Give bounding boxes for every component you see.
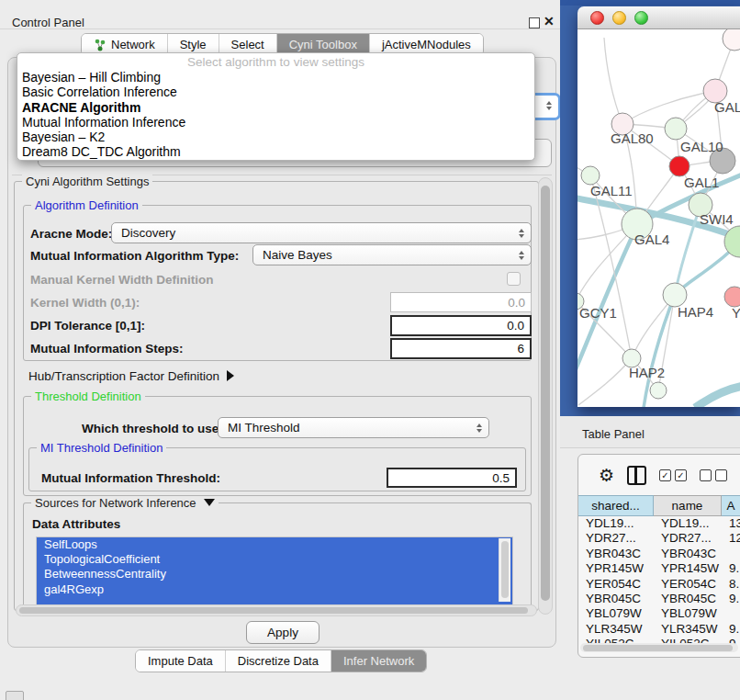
data-attributes-list[interactable]: SelfLoopsTopologicalCoefficientBetweenne… xyxy=(36,536,513,605)
node-label-hap4: HAP4 xyxy=(678,304,713,320)
tab-impute-data[interactable]: Impute Data xyxy=(136,650,226,672)
network-node[interactable] xyxy=(723,29,740,51)
network-node[interactable] xyxy=(581,166,600,185)
aracne-mode-combobox[interactable]: Discovery xyxy=(111,222,532,243)
table-cell: YPR145W xyxy=(654,561,722,576)
dpi-tolerance-value: 0.0 xyxy=(507,319,524,333)
zoom-traffic-light-icon[interactable] xyxy=(634,11,648,25)
settings-vscroll-thumb[interactable] xyxy=(541,186,550,601)
data-attributes-label: Data Attributes xyxy=(32,517,120,531)
network-icon xyxy=(94,39,107,51)
hub-definition-expander[interactable]: Hub/Transcription Factor Definition xyxy=(28,369,234,383)
network-canvas[interactable]: GALGAL80GAL10GAL1GAL11SWI4GAL4GCY1HAP4YH… xyxy=(577,29,740,407)
node-label-swi4: SWI4 xyxy=(700,211,734,227)
manual-kernel-width-checkbox[interactable] xyxy=(507,272,521,286)
settings-horizontal-scrollbar[interactable] xyxy=(16,604,537,616)
table-cell: YDL19... xyxy=(578,516,654,531)
application-window: Control Panel ✕ NetworkStyleSelectCyni T… xyxy=(0,0,740,700)
attributes-scrollbar-thumb[interactable] xyxy=(501,541,509,598)
attributes-scrollbar[interactable] xyxy=(499,538,510,602)
table-row[interactable]: YDL19...YDL19...13 xyxy=(578,516,740,531)
attribute-item-partial[interactable] xyxy=(37,597,512,604)
column-header-name[interactable]: name xyxy=(654,495,722,516)
algorithm-option-bayesian-k2[interactable]: Bayesian – K2 xyxy=(17,130,534,144)
sources-group-title[interactable]: Sources for Network Inference xyxy=(31,496,219,510)
node-label-gcy1: GCY1 xyxy=(579,305,617,321)
apply-button[interactable]: Apply xyxy=(246,621,320,644)
algorithm-option-basic-correlation-inference[interactable]: Basic Correlation Inference xyxy=(17,85,534,99)
column-header-shared-[interactable]: shared... xyxy=(578,495,654,516)
table-cell: 9. xyxy=(722,561,740,576)
table-cell: YER054C xyxy=(578,577,654,592)
deselect-all-checks-icon[interactable] xyxy=(700,469,727,481)
kernel-width-field[interactable]: 0.0 xyxy=(390,292,532,312)
tab-infer-network[interactable]: Infer Network xyxy=(331,650,426,672)
mi-threshold-field[interactable]: 0.5 xyxy=(387,468,517,488)
which-threshold-label: Which threshold to use: xyxy=(82,422,223,435)
algorithm-option-aracne-algorithm[interactable]: ARACNE Algorithm xyxy=(17,100,534,115)
network-edge[interactable] xyxy=(695,386,740,407)
table-cell: YBR043C xyxy=(578,547,654,561)
mi-steps-field[interactable]: 6 xyxy=(390,338,532,359)
algorithm-option-dream8-dc-tdc-algorithm[interactable]: Dream8 DC_TDC Algorithm xyxy=(17,144,534,159)
combo-arrows-icon xyxy=(519,251,524,260)
table-cell: YER054C xyxy=(654,577,722,592)
algorithm-dropdown-popup: Select algorithm to view settings Bayesi… xyxy=(17,52,535,161)
column-header-a[interactable]: A xyxy=(722,495,740,516)
algorithm-definition-title: Algorithm Definition xyxy=(31,198,142,212)
tab-label: Select xyxy=(231,38,264,51)
table-hscroll-thumb[interactable] xyxy=(583,645,733,651)
network-node[interactable] xyxy=(669,156,690,176)
select-all-checks-icon[interactable]: ✓✓ xyxy=(659,469,687,481)
network-node[interactable] xyxy=(724,287,740,307)
attribute-item[interactable]: BetweennessCentrality xyxy=(37,567,512,581)
mi-algorithm-type-combobox[interactable]: Naive Bayes xyxy=(252,244,532,265)
tab-discretize-data[interactable]: Discretize Data xyxy=(226,650,331,672)
table-row[interactable]: YLR345WYLR345W9. xyxy=(578,622,740,637)
which-threshold-combobox[interactable]: MI Threshold xyxy=(218,417,489,438)
columns-icon[interactable] xyxy=(627,466,646,485)
control-panel-titlebar: Control Panel ✕ xyxy=(0,6,560,29)
node-label-gal11: GAL11 xyxy=(590,183,633,198)
attribute-item[interactable]: gal4RGexp xyxy=(37,582,512,597)
table-horizontal-scrollbar[interactable] xyxy=(580,643,738,652)
mi-algorithm-type-label: Mutual Information Algorithm Type: xyxy=(30,249,239,263)
node-label-gal1: GAL1 xyxy=(684,175,719,190)
algorithm-option-mutual-information-inference[interactable]: Mutual Information Inference xyxy=(17,115,534,130)
network-node[interactable] xyxy=(650,382,667,399)
table-row[interactable]: YBR045CYBR045C9. xyxy=(578,592,740,606)
float-window-icon[interactable] xyxy=(529,17,540,28)
table-row[interactable]: YDR27...YDR27...12 xyxy=(578,531,740,546)
settings-hscroll-thumb[interactable] xyxy=(19,607,528,614)
table-row[interactable]: YBL079WYBL079W xyxy=(578,606,740,621)
algorithm-option-bayesian-hill-climbing[interactable]: Bayesian – Hill Climbing xyxy=(17,70,534,85)
table-cell: 9. xyxy=(722,592,740,606)
attribute-item[interactable]: TopologicalCoefficient xyxy=(37,552,512,567)
network-edge[interactable] xyxy=(577,226,637,369)
close-traffic-light-icon[interactable] xyxy=(590,11,604,25)
desktop-top-strip xyxy=(560,0,740,6)
sources-title-text: Sources for Network Inference xyxy=(35,496,196,510)
close-icon[interactable]: ✕ xyxy=(544,14,555,28)
table-row[interactable]: YER054CYER054C8. xyxy=(578,577,740,592)
network-window-titlebar[interactable] xyxy=(577,6,740,29)
expand-right-icon xyxy=(227,370,234,381)
manual-kernel-width-label: Manual Kernel Width Definition xyxy=(30,273,213,287)
network-edge[interactable] xyxy=(578,358,632,405)
tab-label: Discretize Data xyxy=(238,654,319,668)
minimize-traffic-light-icon[interactable] xyxy=(612,11,626,25)
apply-button-label: Apply xyxy=(267,626,298,639)
cyni-algorithm-settings-title: Cyni Algorithm Settings xyxy=(22,175,152,188)
network-node[interactable] xyxy=(665,118,687,140)
table-row[interactable]: YBR043CYBR043C xyxy=(578,547,740,561)
table-cell: YPR145W xyxy=(578,561,654,576)
settings-vertical-scrollbar[interactable] xyxy=(538,177,553,615)
gear-icon[interactable]: ⚙ xyxy=(599,467,614,484)
dpi-tolerance-field[interactable]: 0.0 xyxy=(390,315,532,336)
corner-widget-icon[interactable] xyxy=(6,691,24,700)
table-cell: YBR045C xyxy=(654,592,722,606)
node-label-gal80: GAL80 xyxy=(611,130,654,146)
table-row[interactable]: YPR145WYPR145W9. xyxy=(578,561,740,576)
attribute-item[interactable]: SelfLoops xyxy=(37,537,512,552)
network-edge[interactable] xyxy=(604,38,622,124)
